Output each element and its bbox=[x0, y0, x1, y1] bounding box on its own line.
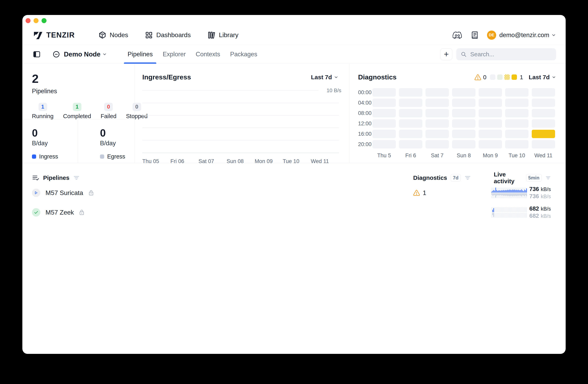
diagnostics-column-header: Diagnostics 7d bbox=[413, 174, 491, 182]
status-badge: 1 bbox=[39, 103, 47, 111]
heatmap-cell[interactable] bbox=[479, 88, 502, 97]
zoom-window-button[interactable] bbox=[42, 18, 46, 23]
filter-icon[interactable] bbox=[464, 174, 471, 181]
tab-explorer[interactable]: Explorer bbox=[159, 45, 189, 64]
heatmap-cell[interactable] bbox=[452, 99, 475, 107]
heatmap-cell[interactable] bbox=[399, 99, 422, 107]
row-diagnostics[interactable]: 1 bbox=[413, 189, 491, 197]
nav-item-nodes[interactable]: Nodes bbox=[98, 31, 128, 39]
search-input[interactable] bbox=[470, 51, 552, 58]
status-running: 1 Running bbox=[32, 103, 54, 120]
heatmap-cell[interactable] bbox=[372, 140, 396, 149]
minimize-window-button[interactable] bbox=[34, 18, 39, 23]
pipeline-name: M57 Suricata bbox=[45, 189, 83, 197]
heatmap-cell[interactable] bbox=[399, 119, 422, 128]
heatmap-time-label: 04:00 bbox=[358, 99, 369, 107]
heatmap-cell[interactable] bbox=[479, 99, 502, 107]
chevron-down-icon bbox=[552, 75, 556, 79]
heatmap-cell[interactable] bbox=[372, 88, 396, 97]
heat-legend-swatch bbox=[490, 74, 495, 80]
heatmap-cell[interactable] bbox=[532, 140, 555, 149]
heatmap-cell[interactable] bbox=[425, 119, 449, 128]
heatmap-cell[interactable] bbox=[372, 99, 396, 107]
heatmap-time-label: 16:00 bbox=[358, 130, 369, 138]
warning-icon bbox=[413, 190, 420, 196]
tab-pipelines[interactable]: Pipelines bbox=[124, 45, 156, 64]
link-icon[interactable] bbox=[52, 50, 60, 58]
heatmap-cell[interactable] bbox=[372, 109, 396, 117]
heatmap-cell[interactable] bbox=[505, 109, 528, 117]
heatmap-cell[interactable] bbox=[532, 88, 555, 97]
docs-icon[interactable] bbox=[471, 31, 479, 39]
discord-icon[interactable] bbox=[453, 32, 462, 39]
pipeline-name: M57 Zeek bbox=[45, 209, 74, 216]
heatmap-cell[interactable] bbox=[399, 140, 422, 149]
search-box[interactable] bbox=[456, 48, 556, 60]
activity-sparkline bbox=[491, 207, 527, 218]
heatmap-cell[interactable] bbox=[532, 119, 555, 128]
pipeline-row-m57-zeek[interactable]: M57 Zeek 682kB/s 682kB/s bbox=[22, 203, 566, 222]
diagnostics-panel: Diagnostics 0 1 Last 7d 00:0004:0008:001… bbox=[350, 64, 566, 163]
live-range-badge[interactable]: 5min bbox=[526, 174, 542, 182]
heatmap-cell[interactable] bbox=[425, 99, 449, 107]
completed-status-icon bbox=[32, 208, 40, 216]
heatmap-cell-active[interactable] bbox=[532, 130, 555, 138]
sidebar-toggle-icon[interactable] bbox=[33, 50, 41, 58]
box-icon bbox=[98, 31, 106, 39]
list-check-icon[interactable] bbox=[32, 174, 40, 182]
add-pipeline-button[interactable]: + bbox=[440, 48, 452, 60]
close-window-button[interactable] bbox=[25, 18, 31, 23]
heatmap-cell[interactable] bbox=[399, 88, 422, 97]
diagnostics-range-dropdown[interactable]: Last 7d bbox=[529, 74, 556, 81]
heatmap-cell[interactable] bbox=[505, 119, 528, 128]
heatmap-cell[interactable] bbox=[479, 119, 502, 128]
heatmap-cell[interactable] bbox=[505, 88, 528, 97]
egress-rate: 0 B/day Egress bbox=[78, 120, 125, 163]
heatmap-cell[interactable] bbox=[452, 88, 475, 97]
heatmap-cell[interactable] bbox=[505, 140, 528, 149]
filter-icon[interactable] bbox=[545, 174, 551, 181]
x-axis-tick: Thu 05 bbox=[142, 158, 170, 165]
diagnostics-heatmap[interactable]: 00:0004:0008:0012:0016:0020:00Thu 5Fri 6… bbox=[358, 88, 566, 159]
heatmap-cell[interactable] bbox=[399, 130, 422, 138]
running-status-icon bbox=[32, 189, 40, 197]
heatmap-cell[interactable] bbox=[399, 109, 422, 117]
warning-icon bbox=[474, 74, 481, 81]
heatmap-cell[interactable] bbox=[425, 130, 449, 138]
heatmap-cell[interactable] bbox=[425, 140, 449, 149]
tab-contexts[interactable]: Contexts bbox=[192, 45, 224, 64]
nav-item-library[interactable]: Library bbox=[208, 31, 238, 39]
pipelines-total-label: Pipelines bbox=[32, 88, 135, 95]
heatmap-cell[interactable] bbox=[452, 119, 475, 128]
chart-range-dropdown[interactable]: Last 7d bbox=[311, 74, 338, 81]
heatmap-cell[interactable] bbox=[505, 99, 528, 107]
node-tabs: Pipelines Explorer Contexts Packages bbox=[124, 45, 261, 64]
heatmap-cell[interactable] bbox=[479, 130, 502, 138]
heatmap-time-label: 00:00 bbox=[358, 88, 369, 97]
heatmap-cell[interactable] bbox=[479, 109, 502, 117]
heatmap-cell[interactable] bbox=[425, 109, 449, 117]
chart-plot-area: 10 B/s Thu 05Fri 06Sat 07Sun 08Mon 09Tue… bbox=[142, 90, 339, 153]
filter-icon[interactable] bbox=[73, 174, 80, 181]
heatmap-day-label: Sun 8 bbox=[452, 150, 475, 159]
heatmap-cell[interactable] bbox=[505, 130, 528, 138]
heat-legend-swatch bbox=[504, 74, 510, 80]
heatmap-cell[interactable] bbox=[452, 109, 475, 117]
heatmap-cell[interactable] bbox=[372, 130, 396, 138]
heatmap-day-label: Sat 7 bbox=[425, 150, 449, 159]
account-email[interactable]: demo@tenzir.com bbox=[499, 32, 549, 39]
tenzir-logo[interactable]: TENZIR bbox=[34, 31, 75, 39]
heatmap-cell[interactable] bbox=[372, 119, 396, 128]
heatmap-cell[interactable] bbox=[425, 88, 449, 97]
heatmap-cell[interactable] bbox=[532, 109, 555, 117]
nav-item-dashboards[interactable]: Dashboards bbox=[145, 31, 191, 39]
heatmap-cell[interactable] bbox=[479, 140, 502, 149]
heatmap-cell[interactable] bbox=[532, 99, 555, 107]
diagnostics-range-badge[interactable]: 7d bbox=[451, 174, 461, 182]
tab-packages[interactable]: Packages bbox=[227, 45, 261, 64]
node-selector[interactable]: Demo Node bbox=[64, 50, 100, 58]
heatmap-cell[interactable] bbox=[452, 140, 475, 149]
heatmap-cell[interactable] bbox=[452, 130, 475, 138]
pipeline-row-m57-suricata[interactable]: M57 Suricata 1 bbox=[22, 183, 566, 203]
avatar[interactable]: DE bbox=[487, 31, 496, 40]
